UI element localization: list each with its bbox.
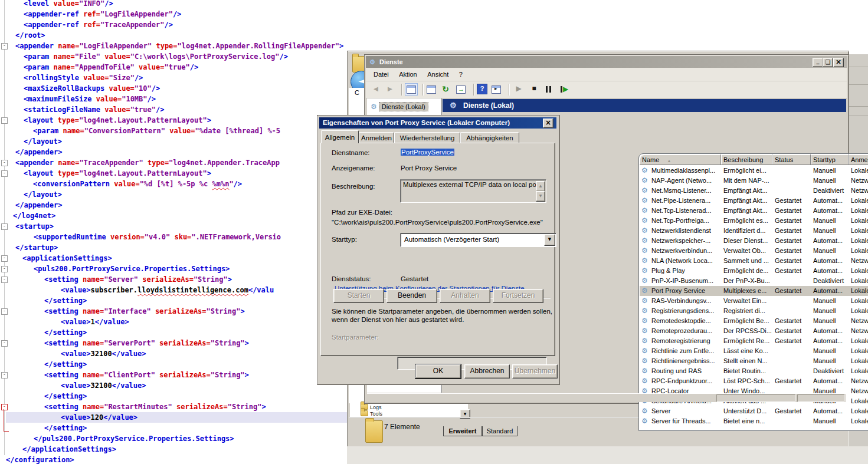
starttyp-label: Starttyp:: [332, 236, 357, 243]
fold-toggle[interactable]: -: [1, 372, 8, 379]
code-line: <appender-ref ref="TraceAppender"/>: [24, 19, 173, 30]
service-row[interactable]: ⚙Port Proxy ServiceMultiplexes e...Gesta…: [640, 286, 868, 296]
refresh-icon[interactable]: ↻: [440, 84, 451, 95]
service-row[interactable]: ⚙NLA (Network Loca...Sammelt und ...Gest…: [640, 256, 868, 266]
stop-service-icon[interactable]: ■: [529, 84, 539, 95]
menu-datei[interactable]: Datei: [374, 68, 389, 81]
restart-service-icon[interactable]: ▶: [559, 84, 570, 95]
tab-allgemein[interactable]: Allgemein: [321, 130, 359, 143]
status-text: 7 Elemente: [384, 423, 420, 431]
title-bar[interactable]: ⚙ Dienste _ ❏ ×: [366, 56, 847, 68]
service-status: Gestartet: [775, 266, 811, 276]
service-desc: Ermöglicht Be...: [723, 316, 773, 326]
service-row[interactable]: ⚙Netzwerkspeicher-...Dieser Dienst...Ges…: [640, 236, 868, 246]
minimize-button[interactable]: _: [813, 58, 823, 67]
service-row[interactable]: ⚙RAS-Verbindungsv...Verwaltet Ein...Manu…: [640, 296, 868, 306]
column-header-beschreibung[interactable]: Beschreibung: [721, 154, 772, 165]
anhalten-button[interactable]: Anhalten: [440, 289, 490, 303]
service-row[interactable]: ⚙Multimediaklassenpl...Ermöglicht ei...M…: [640, 166, 868, 176]
starttyp-select[interactable]: Automatisch (Verzögerter Start) ▼: [400, 233, 556, 247]
uebernehmen-button[interactable]: Übernehmen: [512, 364, 558, 379]
service-row[interactable]: ⚙Routing und RASBietet Routin...Deaktivi…: [640, 366, 868, 376]
service-row[interactable]: ⚙Server für Threads...Bietet eine n...Ma…: [640, 416, 868, 426]
list-item[interactable]: Logs: [370, 404, 382, 410]
fortsetzen-button[interactable]: Fortsetzen: [493, 289, 543, 303]
tab-wiederherstellung[interactable]: Wiederherstellung: [394, 132, 460, 143]
abbrechen-button[interactable]: Abbrechen: [464, 364, 510, 379]
close-button[interactable]: ×: [543, 119, 553, 128]
fold-toggle-red[interactable]: -: [1, 404, 8, 410]
starten-button[interactable]: Starten: [333, 289, 384, 303]
fold-toggle[interactable]: -: [1, 308, 8, 315]
maximize-button[interactable]: ❏: [823, 58, 833, 67]
back-icon[interactable]: ◄: [371, 84, 381, 95]
service-row[interactable]: ⚙Richtlinienergebniss...Stellt einen N..…: [640, 356, 868, 366]
action-pane-icon[interactable]: ▸: [491, 84, 502, 95]
screen: ------------ <level value="INFO"/><appen…: [0, 0, 868, 464]
service-row[interactable]: ⚙Net.Tcp-Listenerad...Empfängt Akt...Ges…: [640, 206, 868, 216]
column-header-starttyp[interactable]: Starttyp: [811, 154, 849, 165]
fold-toggle[interactable]: -: [1, 170, 8, 177]
menu-aktion[interactable]: Aktion: [399, 68, 417, 81]
start-service-icon[interactable]: ▶: [513, 84, 524, 95]
column-header-status[interactable]: Status: [772, 154, 811, 165]
service-row[interactable]: ⚙NetzwerklistendienstIdentifiziert d...G…: [640, 226, 868, 236]
export-list-icon[interactable]: →: [456, 84, 466, 95]
beschreibung-field[interactable]: Multiplexes external TCP/IP data on loca…: [400, 179, 546, 203]
dropdown-button[interactable]: ▼: [544, 234, 555, 246]
service-desc: Der RPCSS-Di...: [723, 326, 773, 336]
tree-item-dienste-lokal[interactable]: ⚙Dienste (Lokal): [368, 101, 439, 113]
fold-toggle[interactable]: -: [1, 223, 8, 230]
scroll-down-button[interactable]: ▼: [536, 191, 545, 202]
code-line: </layout>: [24, 136, 62, 147]
fold-toggle[interactable]: -: [1, 43, 8, 50]
tab-erweitert[interactable]: Erweitert: [443, 426, 482, 436]
list-item[interactable]: Tools: [370, 411, 382, 417]
tab-standard[interactable]: Standard: [482, 426, 517, 436]
beenden-button[interactable]: Beenden: [386, 289, 437, 303]
help-icon[interactable]: ?: [477, 84, 487, 94]
tab-anmelden[interactable]: Anmelden: [359, 132, 394, 143]
service-row[interactable]: ⚙Netzwerkverbindun...Verwaltet Ob...Gest…: [640, 246, 868, 256]
service-row[interactable]: ⚙PnP-X-IP-Busenum...Der PnP-X-Bu...Deakt…: [640, 276, 868, 286]
service-row[interactable]: ⚙RemoteregistrierungErmöglicht Re...Gest…: [640, 336, 868, 346]
service-start: Manuell: [813, 246, 849, 256]
service-row[interactable]: ⚙Net.Tcp-Portfreiga...Ermöglicht es...Ge…: [640, 216, 868, 226]
service-row[interactable]: ⚙ServerUnterstützt D...GestartetAutomat.…: [640, 406, 868, 416]
fold-toggle[interactable]: -: [1, 255, 8, 262]
service-logon: Netzwerkdienst: [851, 176, 868, 186]
fold-toggle[interactable]: -: [1, 277, 8, 283]
pause-service-icon[interactable]: [544, 84, 555, 95]
service-status: Gestartet: [775, 326, 811, 336]
scroll-up-button[interactable]: ▲: [536, 181, 545, 192]
column-header-anmelden[interactable]: Anmelden als: [849, 154, 868, 165]
fold-toggle[interactable]: -: [1, 266, 8, 272]
service-row[interactable]: ⚙NAP-Agent (Netwo...Mit dem NAP-...Manue…: [640, 176, 868, 186]
fold-toggle[interactable]: -: [1, 340, 8, 347]
dienstname-value: PortProxyService: [401, 149, 454, 156]
properties-icon[interactable]: [426, 84, 437, 95]
column-header-name[interactable]: Name ▲: [640, 154, 721, 165]
forward-icon[interactable]: ►: [385, 84, 395, 95]
ok-button[interactable]: OK: [415, 364, 461, 379]
fold-toggle[interactable]: -: [1, 117, 8, 124]
fold-toggle[interactable]: -: [1, 160, 8, 166]
show-tree-icon[interactable]: [405, 83, 418, 96]
code-line: </setting>: [44, 391, 87, 402]
service-row[interactable]: ⚙Plug & PlayErmöglicht de...GestartetAut…: [640, 266, 868, 276]
menu-ansicht[interactable]: Ansicht: [427, 68, 448, 81]
close-button[interactable]: ×: [833, 58, 844, 67]
service-row[interactable]: ⚙RPC-Endpunktzuor...Löst RPC-Sch...Gesta…: [640, 376, 868, 386]
pfad-label: Pfad zur EXE-Datei:: [332, 209, 392, 216]
service-row[interactable]: ⚙Net.Msmq-Listener...Empfängt Akt...Deak…: [640, 186, 868, 196]
tab-abhaengigkeiten[interactable]: Abhängigkeiten: [460, 132, 519, 143]
service-row[interactable]: ⚙Remoteprozedurau...Der RPCSS-Di...Gesta…: [640, 326, 868, 336]
service-row[interactable]: ⚙Registrierungsdiens...Registriert di...…: [640, 306, 868, 316]
service-row[interactable]: ⚙Net.Pipe-Listenera...Empfängt Akt...Ges…: [640, 196, 868, 206]
service-row[interactable]: ⚙Richtlinie zum Entfe...Lässt eine Ko...…: [640, 346, 868, 356]
menu-hilfe[interactable]: ?: [459, 68, 463, 81]
service-row[interactable]: ⚙Remotedesktopdie...Ermöglicht Be...Gest…: [640, 316, 868, 326]
dialog-title-bar[interactable]: Eigenschaften von Port Proxy Service (Lo…: [319, 117, 556, 129]
service-desc: Löst RPC-Sch...: [723, 376, 773, 386]
startparameter-label: Startparameter:: [332, 334, 379, 341]
